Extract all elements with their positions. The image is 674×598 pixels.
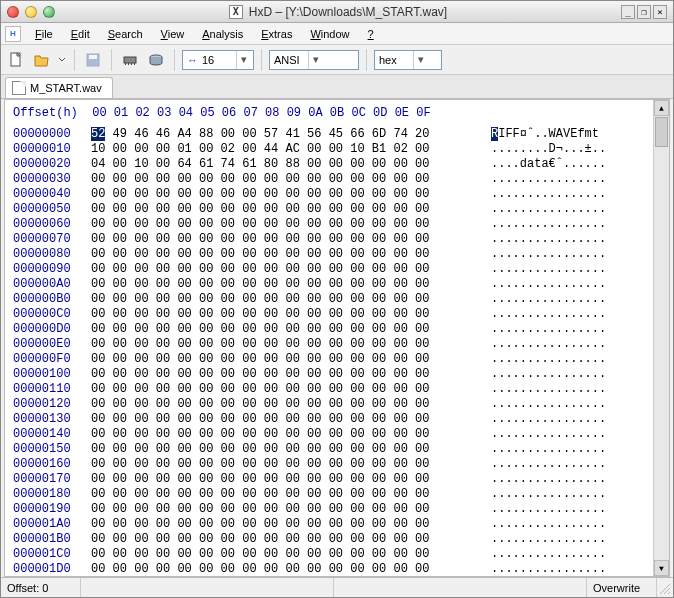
save-icon: [85, 52, 101, 68]
base-combo[interactable]: hex ▾: [374, 50, 442, 70]
toolbar: ↔ 16 ▾ ANSI ▾ hex ▾: [1, 45, 673, 75]
separator: [74, 49, 75, 71]
svg-rect-3: [124, 57, 136, 63]
mdi-close-button[interactable]: ×: [653, 5, 667, 19]
main-window: X HxD – [Y:\Downloads\M_START.wav] _ ❐ ×…: [0, 0, 674, 598]
hex-row[interactable]: 00000180 00 00 00 00 00 00 00 00 00 00 0…: [13, 487, 649, 502]
window-title: X HxD – [Y:\Downloads\M_START.wav]: [55, 5, 621, 19]
svg-rect-5: [128, 63, 129, 65]
menu-window[interactable]: Window: [302, 25, 357, 43]
hex-row[interactable]: 000000A0 00 00 00 00 00 00 00 00 00 00 0…: [13, 277, 649, 292]
open-disk-button[interactable]: [145, 49, 167, 71]
hex-row[interactable]: 00000080 00 00 00 00 00 00 00 00 00 00 0…: [13, 247, 649, 262]
disk-icon: [148, 52, 164, 68]
status-empty-2: [334, 578, 587, 597]
menu-help[interactable]: ?: [360, 25, 382, 43]
open-button[interactable]: [31, 49, 53, 71]
status-empty-1: [81, 578, 334, 597]
file-icon: [12, 81, 26, 95]
hex-row[interactable]: 000001B0 00 00 00 00 00 00 00 00 00 00 0…: [13, 532, 649, 547]
hex-row[interactable]: 00000090 00 00 00 00 00 00 00 00 00 00 0…: [13, 262, 649, 277]
charset-value: ANSI: [272, 54, 308, 66]
hex-row[interactable]: 00000150 00 00 00 00 00 00 00 00 00 00 0…: [13, 442, 649, 457]
open-ram-button[interactable]: [119, 49, 141, 71]
hex-row[interactable]: 00000040 00 00 00 00 00 00 00 00 00 00 0…: [13, 187, 649, 202]
base-value: hex: [377, 54, 413, 66]
hex-row[interactable]: 00000190 00 00 00 00 00 00 00 00 00 00 0…: [13, 502, 649, 517]
hex-row[interactable]: 000000C0 00 00 00 00 00 00 00 00 00 00 0…: [13, 307, 649, 322]
hex-editor: Offset(h) 00 01 02 03 04 05 06 07 08 09 …: [4, 99, 670, 577]
menu-search[interactable]: Search: [100, 25, 151, 43]
scroll-down-button[interactable]: ▼: [654, 560, 669, 576]
open-folder-icon: [34, 52, 50, 68]
bytewidth-icon: ↔: [185, 54, 200, 66]
hex-row[interactable]: 00000020 04 00 10 00 64 61 74 61 80 88 0…: [13, 157, 649, 172]
chevron-down-icon: ▾: [308, 51, 322, 69]
hex-row[interactable]: 000000E0 00 00 00 00 00 00 00 00 00 00 0…: [13, 337, 649, 352]
chevron-down-icon: ▾: [236, 51, 250, 69]
separator: [366, 49, 367, 71]
title-text: HxD – [Y:\Downloads\M_START.wav]: [249, 5, 447, 19]
grip-icon: [659, 583, 671, 595]
status-offset: Offset: 0: [1, 578, 81, 597]
menu-view[interactable]: View: [153, 25, 193, 43]
app-icon[interactable]: H: [5, 26, 21, 42]
minimize-button[interactable]: [25, 6, 37, 18]
hex-row[interactable]: 000000D0 00 00 00 00 00 00 00 00 00 00 0…: [13, 322, 649, 337]
new-file-icon: [8, 52, 24, 68]
scroll-up-button[interactable]: ▲: [654, 100, 669, 116]
ram-icon: [122, 52, 138, 68]
hex-row[interactable]: 00000100 00 00 00 00 00 00 00 00 00 00 0…: [13, 367, 649, 382]
menu-edit[interactable]: Edit: [63, 25, 98, 43]
hex-row[interactable]: 00000010 10 00 00 00 01 00 02 00 44 AC 0…: [13, 142, 649, 157]
tab-label: M_START.wav: [30, 82, 102, 94]
hex-row[interactable]: 000000B0 00 00 00 00 00 00 00 00 00 00 0…: [13, 292, 649, 307]
scroll-thumb[interactable]: [655, 117, 668, 147]
mdi-restore-button[interactable]: ❐: [637, 5, 651, 19]
x11-icon: X: [229, 5, 243, 19]
hex-row[interactable]: 00000070 00 00 00 00 00 00 00 00 00 00 0…: [13, 232, 649, 247]
new-button[interactable]: [5, 49, 27, 71]
menu-file[interactable]: File: [27, 25, 61, 43]
save-button[interactable]: [82, 49, 104, 71]
menu-analysis[interactable]: Analysis: [194, 25, 251, 43]
hex-row[interactable]: 00000060 00 00 00 00 00 00 00 00 00 00 0…: [13, 217, 649, 232]
resize-grip[interactable]: [657, 578, 673, 597]
open-dropdown[interactable]: [57, 49, 67, 71]
vertical-scrollbar[interactable]: ▲ ▼: [653, 100, 669, 576]
menu-extras[interactable]: Extras: [253, 25, 300, 43]
svg-rect-7: [134, 63, 135, 65]
hex-row[interactable]: 00000000 52 49 46 46 A4 88 00 00 57 41 5…: [13, 127, 649, 142]
separator: [261, 49, 262, 71]
hex-row[interactable]: 00000140 00 00 00 00 00 00 00 00 00 00 0…: [13, 427, 649, 442]
hex-row[interactable]: 00000110 00 00 00 00 00 00 00 00 00 00 0…: [13, 382, 649, 397]
mdi-minimize-button[interactable]: _: [621, 5, 635, 19]
svg-rect-2: [89, 55, 97, 59]
svg-rect-4: [125, 63, 126, 65]
window-controls: [7, 6, 55, 18]
bytewidth-value: 16: [200, 54, 236, 66]
hex-row[interactable]: 00000170 00 00 00 00 00 00 00 00 00 00 0…: [13, 472, 649, 487]
hex-row[interactable]: 00000030 00 00 00 00 00 00 00 00 00 00 0…: [13, 172, 649, 187]
hex-row[interactable]: 000001D0 00 00 00 00 00 00 00 00 00 00 0…: [13, 562, 649, 576]
hex-view[interactable]: Offset(h) 00 01 02 03 04 05 06 07 08 09 …: [5, 100, 669, 576]
close-button[interactable]: [7, 6, 19, 18]
hex-row[interactable]: 00000130 00 00 00 00 00 00 00 00 00 00 0…: [13, 412, 649, 427]
bytewidth-combo[interactable]: ↔ 16 ▾: [182, 50, 254, 70]
chevron-down-icon: ▾: [413, 51, 427, 69]
hex-row[interactable]: 00000120 00 00 00 00 00 00 00 00 00 00 0…: [13, 397, 649, 412]
status-mode: Overwrite: [587, 578, 657, 597]
hex-row[interactable]: 000001A0 00 00 00 00 00 00 00 00 00 00 0…: [13, 517, 649, 532]
statusbar: Offset: 0 Overwrite: [1, 577, 673, 597]
separator: [174, 49, 175, 71]
hex-row[interactable]: 000001C0 00 00 00 00 00 00 00 00 00 00 0…: [13, 547, 649, 562]
hex-row[interactable]: 000000F0 00 00 00 00 00 00 00 00 00 00 0…: [13, 352, 649, 367]
svg-rect-6: [131, 63, 132, 65]
hex-row[interactable]: 00000160 00 00 00 00 00 00 00 00 00 00 0…: [13, 457, 649, 472]
tab-file[interactable]: M_START.wav: [5, 77, 113, 98]
zoom-button[interactable]: [43, 6, 55, 18]
mdi-controls: _ ❐ ×: [621, 5, 667, 19]
hex-row[interactable]: 00000050 00 00 00 00 00 00 00 00 00 00 0…: [13, 202, 649, 217]
tabbar: M_START.wav: [1, 75, 673, 99]
charset-combo[interactable]: ANSI ▾: [269, 50, 359, 70]
